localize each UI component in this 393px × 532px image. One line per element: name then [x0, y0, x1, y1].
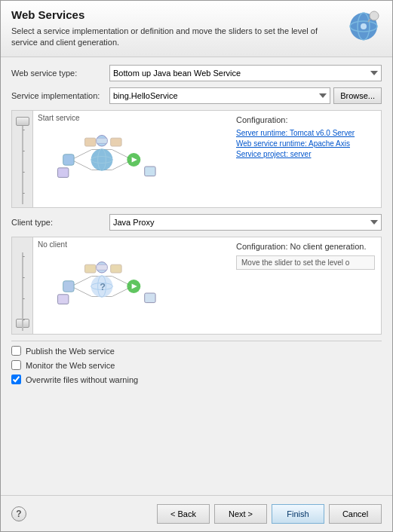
client-type-row: Client type: Java Proxy: [11, 214, 382, 231]
svg-rect-36: [97, 264, 107, 270]
client-config-text: Configuration: No client generation.: [236, 242, 375, 251]
svg-line-9: [72, 160, 92, 170]
client-type-label: Client type:: [11, 218, 109, 227]
service-implementation-row: Service implementation: bing.HelloServic…: [11, 87, 382, 104]
client-config-area: Configuration: No client generation. Mov…: [230, 237, 381, 334]
publish-checkbox[interactable]: [11, 346, 21, 356]
footer: ? < Back Next > Finish Cancel: [1, 495, 392, 531]
svg-rect-17: [97, 138, 107, 143]
overwrite-checkbox[interactable]: [11, 375, 21, 384]
service-implementation-label: Service implementation:: [11, 91, 109, 100]
service-project-link[interactable]: Service project: server: [236, 150, 375, 158]
svg-rect-39: [145, 293, 155, 303]
header-description: Select a service implementation or defin…: [11, 26, 328, 49]
web-service-type-select[interactable]: Bottom up Java bean Web Service: [109, 65, 382, 81]
publish-label[interactable]: Publish the Web service: [26, 347, 115, 356]
svg-point-12: [91, 149, 113, 171]
monitor-label[interactable]: Monitor the Web service: [26, 361, 115, 370]
service-panel: - - - - - Start service: [11, 110, 382, 208]
svg-line-24: [72, 277, 92, 287]
content-area: Web service type: Bottom up Java bean We…: [1, 57, 392, 495]
header: Web Services Select a service implementa…: [1, 1, 392, 57]
client-slider-ticks: - - - - -: [23, 252, 25, 335]
service-slider-ticks: - - - - -: [23, 126, 25, 208]
svg-point-4: [370, 11, 379, 20]
svg-point-3: [361, 23, 367, 29]
dialog: Web Services Select a service implementa…: [0, 0, 393, 532]
client-diagram-area: No client ?: [33, 237, 230, 334]
service-slider-track[interactable]: - - - - -: [12, 111, 33, 207]
page-title: Web Services: [11, 8, 328, 21]
finish-button[interactable]: Finish: [272, 504, 324, 524]
svg-line-27: [72, 286, 92, 297]
footer-buttons: < Back Next > Finish Cancel: [26, 504, 382, 524]
service-implementation-select[interactable]: bing.HelloService: [109, 87, 330, 104]
client-diagram-label: No client: [38, 240, 67, 249]
browse-button[interactable]: Browse...: [333, 87, 382, 104]
client-config-hint: Move the slider to set the level o: [236, 255, 375, 270]
publish-checkbox-row: Publish the Web service: [11, 346, 382, 356]
monitor-checkbox[interactable]: [11, 360, 21, 370]
svg-rect-42: [111, 264, 121, 273]
svg-rect-20: [145, 167, 155, 176]
client-panel: - - - - - No client: [11, 237, 382, 335]
svg-rect-22: [85, 138, 96, 146]
divider-1: [11, 341, 382, 341]
svg-rect-21: [58, 168, 69, 178]
back-button[interactable]: < Back: [157, 504, 210, 524]
web-services-icon: [345, 8, 382, 44]
web-service-type-label: Web service type:: [11, 69, 109, 78]
svg-rect-15: [63, 154, 74, 165]
footer-left: ?: [11, 506, 26, 521]
overwrite-label[interactable]: Overwrite files without warning: [26, 375, 138, 384]
svg-rect-41: [85, 264, 96, 273]
cancel-button[interactable]: Cancel: [329, 504, 382, 524]
client-type-select[interactable]: Java Proxy: [109, 214, 382, 231]
next-button[interactable]: Next >: [214, 504, 267, 524]
service-diagram-label: Start service: [38, 114, 80, 122]
service-diagram-area: Start service: [33, 111, 230, 207]
help-icon[interactable]: ?: [11, 506, 26, 521]
svg-text:?: ?: [100, 282, 106, 292]
svg-rect-23: [111, 138, 121, 146]
client-slider-track[interactable]: - - - - -: [12, 237, 33, 334]
overwrite-checkbox-row: Overwrite files without warning: [11, 375, 382, 384]
server-runtime-link[interactable]: Server runtime: Tomcat v6.0 Server: [236, 129, 375, 137]
service-config-title: Configuration:: [236, 115, 375, 124]
svg-rect-34: [63, 281, 74, 292]
web-service-runtime-link[interactable]: Web service runtime: Apache Axis: [236, 139, 375, 148]
svg-line-6: [72, 150, 92, 161]
monitor-checkbox-row: Monitor the Web service: [11, 360, 382, 370]
svg-rect-40: [58, 295, 69, 304]
service-slider-thumb[interactable]: [16, 117, 29, 126]
header-text: Web Services Select a service implementa…: [11, 8, 328, 49]
service-config-area: Configuration: Server runtime: Tomcat v6…: [230, 111, 381, 207]
web-service-type-row: Web service type: Bottom up Java bean We…: [11, 65, 382, 81]
